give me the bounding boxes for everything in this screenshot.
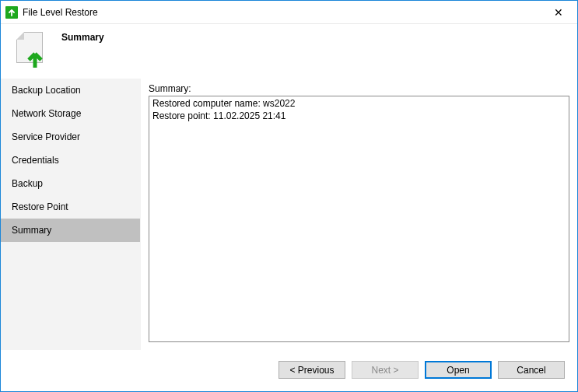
open-button[interactable]: Open [425,361,492,379]
banner: Summary [1,24,577,79]
app-icon [5,6,18,19]
content-panel: Summary: Restored computer name: ws2022 … [141,79,577,350]
close-icon: ✕ [554,6,563,19]
wizard-steps-sidebar: Backup Location Network Storage Service … [1,79,141,350]
button-row: < Previous Next > Open Cancel [1,350,577,391]
titlebar: File Level Restore ✕ [1,1,577,24]
cancel-button[interactable]: Cancel [498,361,565,379]
window-title: File Level Restore [23,7,98,18]
page-icon [12,30,49,68]
sidebar-item-backup[interactable]: Backup [1,172,140,195]
close-button[interactable]: ✕ [541,2,576,23]
sidebar-item-backup-location[interactable]: Backup Location [1,79,140,102]
page-title: Summary [61,32,104,43]
next-button: Next > [352,361,419,379]
sidebar-item-network-storage[interactable]: Network Storage [1,102,140,125]
sidebar-item-restore-point[interactable]: Restore Point [1,195,140,219]
summary-textbox[interactable]: Restored computer name: ws2022 Restore p… [149,96,569,342]
sidebar-item-summary[interactable]: Summary [1,219,140,242]
main-area: Backup Location Network Storage Service … [1,79,577,350]
sidebar-item-credentials[interactable]: Credentials [1,149,140,172]
summary-label: Summary: [149,83,569,94]
previous-button[interactable]: < Previous [278,361,345,379]
sidebar-item-service-provider[interactable]: Service Provider [1,125,140,149]
